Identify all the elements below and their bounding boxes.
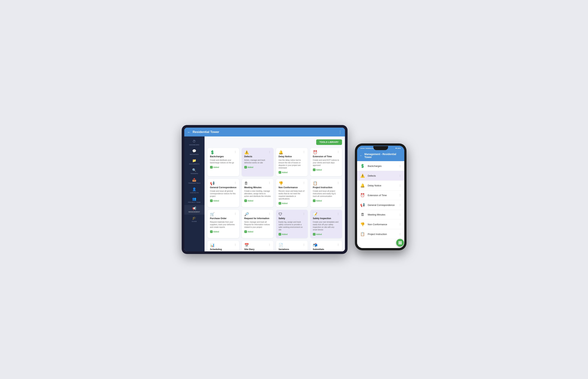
project-instruction-list-menu[interactable]: ⋮ xyxy=(399,233,401,236)
project-instruction-name: Project Instruction xyxy=(313,186,339,189)
general-correspondence-menu-icon[interactable]: ⋮ xyxy=(234,181,237,184)
delay-notice-badge: Added xyxy=(279,171,305,174)
phone-list-item-general-correspondence[interactable]: 📢 General Correspondence ⋮ xyxy=(357,200,404,210)
svg-rect-4 xyxy=(400,242,401,243)
purchase-order-desc: Request materials from your suppliers, t… xyxy=(210,221,237,229)
delay-notice-menu-icon[interactable]: ⋮ xyxy=(303,150,305,153)
phone-list-item-delay-notice[interactable]: 🔔 Delay Notice ⋮ xyxy=(357,181,404,190)
phone-list: 💲 Backcharges ⋮ ⚠️ Defects ⋮ 🔔 Delay Not… xyxy=(357,161,404,248)
tools-grid: 💲 ⋮ Backcharges Create and distribute yo… xyxy=(208,148,342,251)
tool-card-eot[interactable]: ⏰ ⋮ Extension of Time Create and send EO… xyxy=(310,148,342,176)
sidebar-label-management: MANAGEMENT xyxy=(189,211,200,213)
svg-rect-1 xyxy=(400,241,401,242)
scheduling-menu-icon[interactable]: ⋮ xyxy=(234,243,237,246)
purchase-order-badge: Added xyxy=(210,230,237,233)
phone-list-item-backcharges[interactable]: 💲 Backcharges ⋮ xyxy=(357,161,404,171)
tool-card-variations[interactable]: 📄 ⋮ Variations Create a claim for works … xyxy=(276,241,308,251)
purchase-order-menu-icon[interactable]: ⋮ xyxy=(234,212,237,215)
tool-card-project-instruction[interactable]: 📋 ⋮ Project Instruction Create and issue… xyxy=(310,179,342,207)
site-diary-name: Site Diary xyxy=(244,248,271,251)
tool-card-meeting-minutes[interactable]: 🗓 ⋮ Meeting Minutes Create a new meeting… xyxy=(242,179,274,207)
phone-list-item-eot[interactable]: ⏰ Extension of Time ⋮ xyxy=(357,190,404,200)
rfi-name: Request for Information xyxy=(244,217,271,220)
safety-badge: Added xyxy=(279,233,305,236)
tool-card-top: 📬 ⋮ xyxy=(313,243,339,247)
safety-menu-icon[interactable]: ⋮ xyxy=(303,212,305,215)
phone-list-item-defects[interactable]: ⚠️ Defects ⋮ xyxy=(357,171,404,181)
more-icon[interactable]: ⋮ xyxy=(338,130,342,134)
safety-inspection-desc: Create your own templates and easily kic… xyxy=(313,221,339,231)
guide-icon: 🎓 xyxy=(192,216,196,220)
tool-card-safety-inspection[interactable]: 📝 ⋮ Safety Inspection Create your own te… xyxy=(310,210,342,238)
meeting-minutes-menu-icon[interactable]: ⋮ xyxy=(268,181,271,184)
tool-card-site-diary[interactable]: 📅 ⋮ Site Diary Easily log all daily site… xyxy=(242,241,274,251)
rfi-menu-icon[interactable]: ⋮ xyxy=(268,212,271,215)
rfi-icon: 🔎 xyxy=(244,212,249,216)
phone-list-item-non-conformance[interactable]: 👎 Non Conformance ⋮ xyxy=(357,220,404,229)
tool-card-top: 🗓 ⋮ xyxy=(244,181,271,185)
tool-card-top: ⏰ ⋮ xyxy=(313,150,339,154)
general-correspondence-list-menu[interactable]: ⋮ xyxy=(399,204,401,206)
back-icon[interactable]: ← xyxy=(187,130,191,134)
delay-notice-list-menu[interactable]: ⋮ xyxy=(399,184,401,187)
general-correspondence-badge: Added xyxy=(210,199,237,202)
fab-button[interactable] xyxy=(396,239,404,247)
phone-title: Management - Residential Tower xyxy=(364,153,402,158)
tool-card-backcharges[interactable]: 💲 ⋮ Backcharges Create and distribute yo… xyxy=(208,148,239,176)
project-instruction-list-icon: 📋 xyxy=(360,232,365,236)
eot-menu-icon[interactable]: ⋮ xyxy=(337,150,339,153)
tool-card-rfi[interactable]: 🔎 ⋮ Request for Information Send, manage… xyxy=(242,210,274,238)
defects-badge: Added xyxy=(244,166,271,169)
non-conformance-list-menu[interactable]: ⋮ xyxy=(399,223,401,226)
tools-library-button[interactable]: TOOLS LIBRARY xyxy=(316,139,342,145)
non-conformance-menu-icon[interactable]: ⋮ xyxy=(303,181,305,184)
phone-list-item-meeting-minutes[interactable]: 🗓 Meeting Minutes ⋮ xyxy=(357,210,404,220)
general-correspondence-desc: Create and issue all general corresponde… xyxy=(210,190,237,198)
sidebar-item-documents[interactable]: 📁 DOCUMENTS xyxy=(184,157,205,167)
sidebar-item-transmittals[interactable]: 📤 TRANSMITTALS xyxy=(184,176,205,186)
submittals-name: Submittals xyxy=(313,248,339,251)
phone-back-icon[interactable]: ← xyxy=(360,154,363,157)
tool-card-top: 📋 ⋮ xyxy=(313,181,339,185)
sidebar-item-dashboard[interactable]: ⏱ DASHBOARD xyxy=(184,138,205,147)
meeting-minutes-list-label: Meeting Minutes xyxy=(368,213,396,216)
defects-list-menu[interactable]: ⋮ xyxy=(399,174,401,177)
phone-list-item-project-instruction[interactable]: 📋 Project Instruction ⋮ xyxy=(357,229,404,239)
tool-card-safety[interactable]: 🛡 ⋮ Safety Easily log, assign and track … xyxy=(276,210,308,238)
submittals-menu-icon[interactable]: ⋮ xyxy=(337,243,339,246)
site-diary-menu-icon[interactable]: ⋮ xyxy=(268,243,271,246)
meeting-minutes-list-menu[interactable]: ⋮ xyxy=(399,213,401,216)
general-correspondence-name: General Correspondence xyxy=(210,186,237,189)
sidebar-item-project-team[interactable]: 👥 PROJECT TEAM xyxy=(184,195,205,205)
tool-card-defects[interactable]: ⚠️ ⋮ Defects Action, manage and track de… xyxy=(242,148,274,176)
tool-card-delay-notice[interactable]: 🔔 ⋮ Delay Notice Use the delay notice to… xyxy=(276,148,308,176)
sidebar-item-guide[interactable]: 🎓 GUIDE xyxy=(184,215,205,224)
safety-inspection-menu-icon[interactable]: ⋮ xyxy=(337,212,339,215)
tablet-screen: ← Residential Tower ⋮ ⏱ DASHBOARD 💬 MESS… xyxy=(184,128,345,251)
sidebar-item-contacts[interactable]: 👤 CONTACTS xyxy=(184,186,205,195)
delay-notice-list-label: Delay Notice xyxy=(368,184,396,187)
defects-desc: Action, manage and track defective works… xyxy=(244,159,271,164)
tool-card-non-conformance[interactable]: 👎 ⋮ Non Conformance Record, issue and ke… xyxy=(276,179,308,207)
project-instruction-menu-icon[interactable]: ⋮ xyxy=(337,181,339,184)
sidebar-label-contacts: CONTACTS xyxy=(190,192,199,193)
sidebar-label-documents: DOCUMENTS xyxy=(189,163,199,165)
backcharges-menu-icon[interactable]: ⋮ xyxy=(234,150,237,153)
defects-menu-icon[interactable]: ⋮ xyxy=(268,150,271,153)
tool-card-scheduling[interactable]: 📊 ⋮ Scheduling Create, manage & collabor… xyxy=(208,241,239,251)
sidebar-item-messages[interactable]: 💬 MESSAGES xyxy=(184,147,205,157)
phone: ●●●●● Vodafone AU ▲ 1:57 ✱ 100% ← Manage… xyxy=(355,143,407,250)
sidebar-item-management[interactable]: 📢 MANAGEMENT xyxy=(184,205,205,215)
delay-notice-list-icon: 🔔 xyxy=(360,183,365,188)
general-correspondence-list-label: General Correspondence xyxy=(368,204,396,206)
backcharges-list-menu[interactable]: ⋮ xyxy=(399,164,401,167)
carrier-label: Vodafone AU xyxy=(365,147,375,149)
tool-card-submittals[interactable]: 📬 ⋮ Submittals Manage the approval proce… xyxy=(310,241,342,251)
variations-menu-icon[interactable]: ⋮ xyxy=(303,243,305,246)
tool-card-purchase-order[interactable]: 🛒 ⋮ Purchase Order Request materials fro… xyxy=(208,210,239,238)
tool-card-general-correspondence[interactable]: 📢 ⋮ General Correspondence Create and is… xyxy=(208,179,239,207)
sidebar-item-tenders[interactable]: 🔍 TENDERS xyxy=(184,167,205,176)
eot-list-menu[interactable]: ⋮ xyxy=(399,194,401,197)
tablet-body: ⏱ DASHBOARD 💬 MESSAGES 📁 DOCUMENTS 🔍 TEN… xyxy=(184,136,345,251)
scene: ← Residential Tower ⋮ ⏱ DASHBOARD 💬 MESS… xyxy=(182,125,407,254)
